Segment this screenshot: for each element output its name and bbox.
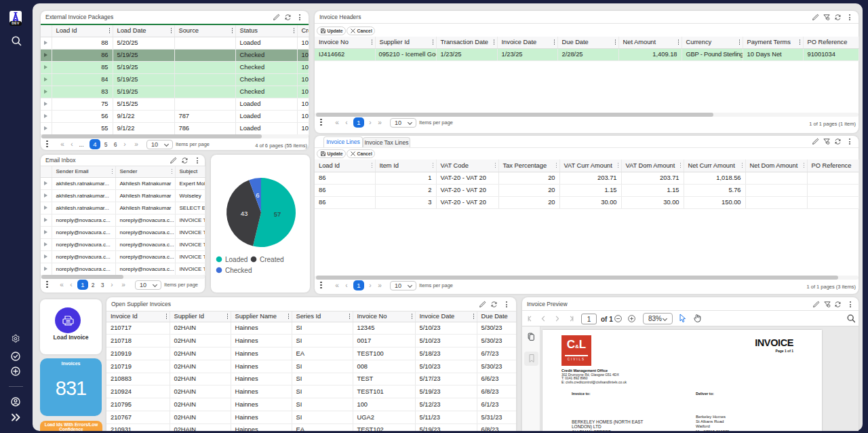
svg-text:Loaded: Loaded (225, 256, 248, 263)
svg-text:Created: Created (260, 256, 284, 263)
svg-text:6: 6 (256, 191, 259, 199)
svg-text:43: 43 (241, 210, 248, 217)
svg-text:57: 57 (274, 210, 281, 218)
svg-text:Checked: Checked (225, 267, 252, 274)
